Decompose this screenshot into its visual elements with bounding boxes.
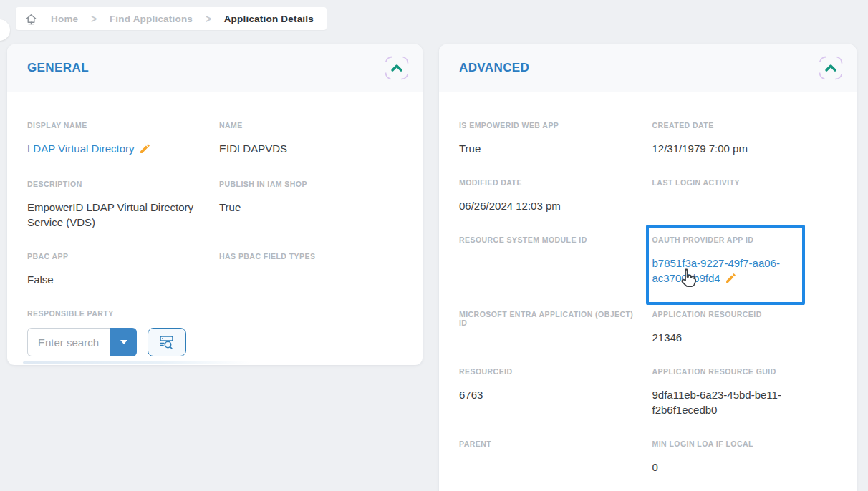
field-label: MICROSOFT ENTRA APPLICATION (OBJECT) ID [459,310,644,327]
field-responsible-party: RESPONSIBLE PARTY [27,309,211,356]
field-value: True [459,141,631,156]
pencil-edit-icon[interactable] [725,272,737,287]
chevron-down-icon [120,340,127,344]
chevron-right-icon: > [206,12,211,25]
general-fields: DISPLAY NAME LDAP Virtual Directory NAME… [7,92,423,379]
oauth-provider-app-id-link[interactable]: b7851f3a-9227-49f7-aa06-ac3700bb9fd4 [652,257,780,284]
field-publish-in-iam-shop: PUBLISH IN IAM SHOP True [219,180,402,230]
general-panel-title: GENERAL [27,61,89,75]
field-resourceid: RESOURCEID 6763 [459,367,644,417]
field-label: IS EMPOWERID WEB APP [459,121,644,130]
responsible-party-search-input[interactable] [27,328,110,356]
field-description: DESCRIPTION EmpowerID LDAP Virtual Direc… [27,180,211,230]
field-label: MIN LOGIN LOA IF LOCAL [652,439,837,448]
field-display-name: DISPLAY NAME LDAP Virtual Directory [27,121,211,157]
card-accent-line [23,361,252,364]
field-label: DESCRIPTION [27,180,211,188]
field-microsoft-entra-application-object-id: MICROSOFT ENTRA APPLICATION (OBJECT) ID [459,310,644,345]
advanced-panel: ADVANCED IS EMPOWERID WEB APP True CREAT… [439,44,857,491]
advanced-panel-header: ADVANCED [439,44,857,92]
database-search-icon [158,334,175,351]
general-panel-header: GENERAL [7,44,423,92]
collapse-advanced-button[interactable] [818,55,844,81]
chevron-up-icon [392,66,401,70]
field-value: 0 [652,460,824,475]
chevron-up-icon [826,66,835,70]
field-label: LAST LOGIN ACTIVITY [652,178,837,187]
field-label: PBAC APP [27,252,211,261]
field-label: HAS PBAC FIELD TYPES [219,252,402,261]
breadcrumb-home[interactable]: Home [51,14,78,24]
general-panel: GENERAL DISPLAY NAME LDAP Virtual Direct… [7,44,423,365]
breadcrumb: Home > Find Applications > Application D… [16,7,327,30]
search-dropdown-button[interactable] [110,328,137,356]
field-value: 21346 [652,330,824,345]
field-value: EIDLDAPVDS [219,141,391,156]
breadcrumb-application-details: Application Details [224,14,314,24]
field-application-resourceid: APPLICATION RESOURCEID 21346 [652,310,837,345]
field-parent: PARENT [459,439,644,475]
field-label: CREATED DATE [652,121,837,130]
field-label: APPLICATION RESOURCEID [652,310,837,319]
field-label: OAUTH PROVIDER APP ID [652,235,837,244]
lookup-browse-button[interactable] [148,328,186,356]
field-created-date: CREATED DATE 12/31/1979 7:00 pm [652,121,837,156]
field-value: 6763 [459,387,631,402]
field-oauth-provider-app-id: OAUTH PROVIDER APP ID b7851f3a-9227-49f7… [652,235,837,288]
spacer-cell [219,309,402,356]
field-label: PARENT [459,439,644,448]
display-name-link[interactable]: LDAP Virtual Directory [27,142,135,155]
field-has-pbac-field-types: HAS PBAC FIELD TYPES [219,252,402,287]
drawer-handle[interactable] [0,19,10,41]
field-pbac-app: PBAC APP False [27,252,211,287]
field-is-empowerid-web-app: IS EMPOWERID WEB APP True [459,121,644,156]
pencil-edit-icon[interactable] [139,142,151,157]
field-min-login-loa-if-local: MIN LOGIN LOA IF LOCAL 0 [652,439,837,475]
advanced-fields: IS EMPOWERID WEB APP True CREATED DATE 1… [439,92,857,491]
advanced-panel-title: ADVANCED [459,61,529,75]
field-last-login-activity: LAST LOGIN ACTIVITY [652,178,837,213]
field-value: 9dfa11eb-6a23-45bd-be11-f2b6f1ecedb0 [652,387,796,417]
chevron-right-icon: > [91,12,97,25]
field-value: 12/31/1979 7:00 pm [652,141,824,156]
field-label: PUBLISH IN IAM SHOP [219,180,402,188]
field-resource-system-module-id: RESOURCE SYSTEM MODULE ID [459,235,644,288]
field-label: MODIFIED DATE [459,178,644,187]
field-value: EmpowerID LDAP Virtual Directory Service… [27,200,199,230]
field-label: DISPLAY NAME [27,121,211,130]
field-label: APPLICATION RESOURCE GUID [652,367,837,376]
collapse-general-button[interactable] [384,55,410,81]
field-value: 06/26/2024 12:03 pm [459,198,631,213]
field-label: RESPONSIBLE PARTY [27,309,211,318]
field-label: NAME [219,121,402,130]
field-name: NAME EIDLDAPVDS [219,121,402,157]
field-value: False [27,272,199,287]
field-modified-date: MODIFIED DATE 06/26/2024 12:03 pm [459,178,644,213]
field-label: RESOURCE SYSTEM MODULE ID [459,235,644,244]
breadcrumb-find-applications[interactable]: Find Applications [110,14,193,24]
home-icon[interactable] [24,12,38,26]
field-value: True [219,200,391,215]
field-application-resource-guid: APPLICATION RESOURCE GUID 9dfa11eb-6a23-… [652,367,837,417]
field-label: RESOURCEID [459,367,644,376]
